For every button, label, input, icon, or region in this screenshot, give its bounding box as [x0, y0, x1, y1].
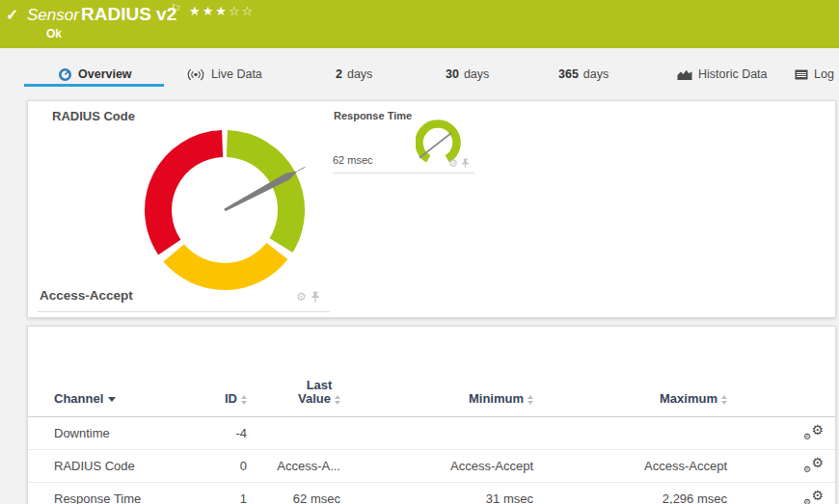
cell-maximum: Access-Accept: [533, 459, 727, 473]
mini-cell-divider: [333, 172, 474, 173]
gear-icon: ⚙: [811, 456, 824, 469]
gear-icon[interactable]: ⚙: [448, 158, 458, 169]
tab-overview-label: Overview: [78, 67, 132, 81]
gauge-needle-tip: [298, 167, 306, 171]
column-header-minimum-label: Minimum: [469, 391, 524, 406]
cell-maximum: 2,296 msec: [533, 491, 727, 504]
gear-icon[interactable]: ⚙: [296, 291, 307, 303]
column-header-maximum-label: Maximum: [660, 391, 717, 406]
gear-icon: ⚙: [803, 465, 811, 474]
tab-2-days[interactable]: 2 days: [336, 63, 372, 86]
channel-settings-icon[interactable]: ⚙⚙: [802, 490, 824, 504]
table-row-downtime: Downtime -4 ⚙⚙: [28, 417, 835, 450]
log-list-icon: [795, 69, 808, 80]
active-tab-underline: [24, 84, 164, 87]
mini-gauge-needle: [420, 133, 451, 157]
channel-settings-icon[interactable]: ⚙⚙: [802, 424, 824, 439]
gauge-status-label: Access-Accept: [40, 288, 133, 303]
pin-icon[interactable]: [311, 291, 320, 303]
column-header-id-label: ID: [225, 391, 237, 406]
channel-settings-icon[interactable]: ⚙⚙: [802, 457, 824, 472]
column-header-last-label: Last: [307, 378, 333, 392]
table-row-response-time: Response Time 1 62 msec 31 msec 2,296 ms…: [28, 483, 835, 504]
response-time-value: 62 msec: [333, 154, 373, 166]
gauge-segment-warning: [163, 243, 287, 290]
gauge-cell-divider: [38, 311, 330, 312]
tab-30-days-label: days: [464, 67, 489, 81]
tab-2-days-number: 2: [336, 67, 342, 81]
cell-id: -4: [211, 426, 247, 440]
priority-flag-icon[interactable]: ⚐: [171, 2, 181, 15]
column-header-channel[interactable]: Channel: [54, 391, 211, 406]
cell-channel[interactable]: Response Time: [54, 491, 211, 504]
sensor-kind-label: Sensor: [27, 6, 79, 25]
status-check-icon: ✓: [6, 6, 18, 24]
gauge-icon: [58, 67, 72, 82]
column-header-minimum[interactable]: Minimum: [340, 391, 533, 406]
gear-icon: ⚙: [811, 423, 824, 437]
tab-log[interactable]: Log: [795, 63, 834, 86]
gauge-title-response-time: Response Time: [334, 110, 412, 121]
cell-id: 1: [211, 491, 247, 504]
gear-icon: ⚙: [811, 489, 824, 502]
cell-last-value: 62 msec: [247, 491, 340, 504]
live-signal-icon: [186, 68, 205, 81]
table-header-row: Channel ID Last Value Minimum Maximum: [28, 327, 835, 417]
cell-minimum: Access-Accept: [340, 459, 533, 473]
tab-2-days-label: days: [347, 67, 372, 81]
cell-id: 0: [211, 459, 247, 473]
sensor-title: RADIUS v2: [81, 4, 176, 25]
table-row-radius-code: RADIUS Code 0 Access-A... Access-Accept …: [28, 450, 835, 483]
tab-365-days-label: days: [583, 67, 609, 81]
radius-code-gauge: [38, 120, 327, 313]
sort-desc-icon: [108, 397, 116, 402]
area-chart-icon: [677, 68, 692, 81]
tab-historic-data[interactable]: Historic Data: [677, 63, 768, 86]
cell-minimum: 31 msec: [340, 491, 533, 504]
column-header-value-label: Value: [298, 391, 331, 406]
tab-365-days-number: 365: [558, 67, 579, 81]
sensor-status-header: ✓ Sensor RADIUS v2 ⚐ ★★★☆☆ Ok: [0, 0, 839, 48]
sensor-status-text: Ok: [46, 27, 62, 40]
tab-bar: Overview Live Data 2 days 30 days 365 da…: [0, 60, 839, 89]
column-header-id[interactable]: ID: [211, 391, 247, 406]
tab-live-data[interactable]: Live Data: [186, 63, 262, 86]
priority-stars[interactable]: ★★★☆☆: [189, 4, 255, 18]
mini-gauge-needle-hub: [420, 156, 422, 159]
tab-log-label: Log: [814, 67, 834, 81]
tab-30-days-number: 30: [446, 67, 459, 81]
tab-live-data-label: Live Data: [211, 67, 262, 81]
overview-gauges-panel: RADIUS Code Access-Accept ⚙ Response Tim…: [27, 100, 836, 318]
gauge-segment-error: [145, 130, 223, 254]
tab-overview[interactable]: Overview: [58, 63, 132, 86]
cell-last-value: Access-A...: [247, 459, 340, 473]
column-header-maximum[interactable]: Maximum: [533, 391, 727, 406]
cell-channel[interactable]: RADIUS Code: [54, 459, 211, 473]
tab-historic-data-label: Historic Data: [698, 67, 768, 81]
pin-icon[interactable]: [462, 158, 470, 169]
sort-icon: [721, 395, 727, 405]
cell-channel[interactable]: Downtime: [54, 426, 211, 440]
gear-icon: ⚙: [803, 433, 811, 441]
column-header-channel-label: Channel: [54, 391, 103, 406]
column-header-last-value[interactable]: Last Value: [247, 379, 340, 406]
tab-30-days[interactable]: 30 days: [446, 63, 489, 86]
gear-icon: ⚙: [803, 498, 811, 504]
tab-365-days[interactable]: 365 days: [558, 63, 609, 86]
channels-table-panel: Channel ID Last Value Minimum Maximum Do…: [27, 326, 836, 504]
